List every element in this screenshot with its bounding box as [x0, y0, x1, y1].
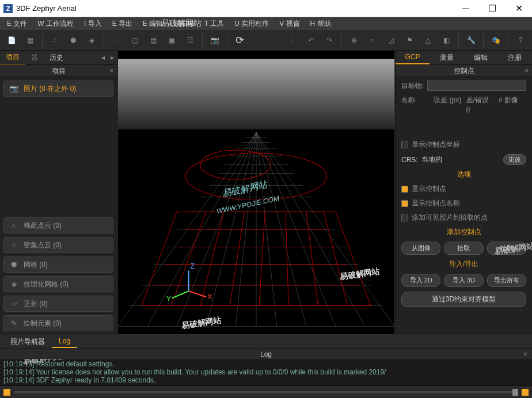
tab-editor[interactable]: 器 — [25, 51, 44, 64]
tool-nav-icon[interactable]: ⁘ — [284, 32, 301, 48]
tab-prev-icon[interactable]: ◂ — [98, 53, 108, 62]
menu-tools[interactable]: T 工具 — [200, 18, 229, 30]
tab-log[interactable]: Log — [52, 335, 77, 348]
ortho-label: 正射 (0) — [24, 299, 48, 309]
menu-edit[interactable]: E 编辑 — [138, 18, 168, 30]
column-headers: 名称 误差 (px) 差/错误 (r # 影像 — [401, 95, 526, 113]
tool-pick-icon[interactable]: ◿ — [383, 32, 399, 48]
mesh-icon: ⬢ — [9, 261, 19, 269]
dense-cloud-item[interactable]: ⁘ 密集点云 (0) — [3, 237, 113, 253]
tool-model-icon[interactable]: ▣ — [164, 32, 180, 48]
menu-export[interactable]: E 导出 — [108, 18, 137, 30]
minimize-button[interactable]: ─ — [453, 0, 479, 17]
pick-button[interactable]: 拾取 — [444, 242, 483, 255]
sparse-cloud-item[interactable]: ∴ 稀疏点云 (0) — [3, 217, 113, 234]
align-model-button[interactable]: 通过3D约束对齐模型 — [401, 292, 526, 307]
tab-next-icon[interactable]: ▸ — [108, 53, 117, 62]
svg-rect-0 — [118, 59, 394, 130]
ortho-icon: ▱ — [9, 300, 19, 308]
project-panel-title: 项目 — [52, 66, 66, 76]
tool-surface-icon[interactable]: ◫ — [127, 32, 143, 48]
tool-circle-icon[interactable]: ○ — [364, 32, 381, 48]
tool-flag-icon[interactable]: ⚑ — [401, 32, 417, 48]
menu-utilities[interactable]: U 实用程序 — [230, 18, 273, 30]
log-line: [10:19:13] Restored default settings. — [3, 360, 529, 368]
svg-text:Z: Z — [191, 262, 195, 270]
maximize-button[interactable]: ☐ — [479, 0, 506, 17]
viewport-3d[interactable]: Z X Y 易破解网站 WWW.YPOJIE.COM 易破解网站 易破解网站 — [117, 51, 395, 335]
photos-label: 照片 (0 在之外 0) — [24, 84, 76, 94]
photos-item[interactable]: 📷 照片 (0 在之外 0) — [3, 81, 113, 97]
tab-edit[interactable]: 编辑 — [464, 51, 498, 64]
tab-register[interactable]: 注册 — [498, 51, 532, 64]
tool-triangle-icon[interactable]: △ — [420, 32, 436, 48]
mesh-item[interactable]: ⬢ 网格 (0) — [3, 257, 113, 273]
crs-value: 当地的 — [421, 155, 442, 164]
menu-scan[interactable]: S 扫描 — [169, 18, 198, 30]
app-icon: Z — [3, 4, 13, 13]
tool-orbit-icon[interactable]: ⊕ — [346, 32, 362, 48]
tool-new-icon[interactable]: 📄 — [3, 32, 20, 48]
tab-measure[interactable]: 测量 — [430, 51, 463, 64]
menubar: E 文件 W 工作流程 I 导入 E 导出 E 编辑 S 扫描 T 工具 U 实… — [0, 17, 532, 30]
import-2d-button[interactable]: 导入 2D — [401, 274, 440, 287]
log-line: [10:19:14] 3DF Zephyr ready in 7.81409 s… — [3, 376, 529, 384]
add-visible-checkbox[interactable] — [401, 215, 408, 221]
timeline-slider[interactable] — [14, 391, 518, 393]
menu-import[interactable]: I 导入 — [79, 18, 107, 30]
tool-redo-icon[interactable]: ↷ — [321, 32, 337, 48]
options-title: 选项 — [401, 170, 526, 179]
panel-close-icon[interactable]: × — [109, 67, 113, 75]
tool-wizard-icon[interactable]: ▦ — [22, 32, 38, 48]
tab-project[interactable]: 项目 — [0, 51, 25, 65]
grid-scene: Z X Y — [118, 51, 394, 334]
tool-layers-icon[interactable]: ☷ — [182, 32, 198, 48]
tool-undo-icon[interactable]: ↶ — [303, 32, 319, 48]
log-close-icon[interactable]: × — [523, 349, 527, 359]
log-header: Log × — [0, 349, 532, 359]
sparse-icon: ∴ — [9, 221, 19, 229]
mesh-label: 网格 (0) — [24, 260, 48, 270]
tool-points-icon[interactable]: ⁖ — [108, 32, 124, 48]
svg-text:Y: Y — [166, 295, 171, 303]
tab-gcp[interactable]: GCP — [396, 51, 430, 64]
show-coords-checkbox[interactable] — [401, 141, 408, 148]
status-indicator-icon — [522, 389, 529, 396]
dense-icon: ⁘ — [9, 241, 19, 249]
ortho-item[interactable]: ▱ 正射 (0) — [3, 296, 113, 312]
pick-button-2[interactable]: 拾取 — [487, 242, 526, 255]
tool-camera-icon[interactable]: 📷 — [207, 32, 223, 48]
tab-photo-navigator[interactable]: 照片导航器 — [3, 335, 52, 349]
left-panel: 项目 器 历史 ◂ ▸ 项目 × 📷 照片 (0 在之外 0) ∴ 稀疏点云 (… — [0, 51, 117, 335]
tab-history[interactable]: 历史 — [44, 51, 69, 64]
show-cp-checkbox[interactable] — [401, 186, 408, 193]
tool-sparse-icon[interactable]: ∴ — [47, 32, 63, 48]
tool-dense-icon[interactable]: ⬢ — [65, 32, 81, 48]
app-title: 3DF Zephyr Aerial — [16, 4, 77, 13]
import-3d-button[interactable]: 导入 3D — [444, 274, 483, 287]
tool-help-icon[interactable]: ? — [512, 32, 529, 48]
log-content: [10:19:13] Restored default settings. [1… — [0, 359, 532, 385]
draw-elements-item[interactable]: ✎ 绘制元素 (0) — [3, 315, 113, 331]
menu-view[interactable]: V 视窗 — [275, 18, 304, 30]
show-names-checkbox[interactable] — [401, 200, 408, 207]
menu-file[interactable]: E 文件 — [2, 18, 32, 30]
textured-mesh-item[interactable]: ◈ 纹理化网格 (0) — [3, 276, 113, 292]
crs-change-button[interactable]: 更改 — [503, 154, 526, 165]
tool-mask-icon[interactable]: 🎭 — [488, 32, 504, 48]
close-button[interactable]: ✕ — [506, 0, 532, 17]
io-title: 导入/导出 — [401, 259, 526, 269]
menu-workflow[interactable]: W 工作流程 — [33, 18, 78, 30]
tool-mesh-icon[interactable]: ◈ — [83, 32, 100, 48]
menu-help[interactable]: H 帮助 — [306, 18, 336, 30]
export-all-button[interactable]: 导出所有 — [487, 274, 526, 287]
dense-label: 密集点云 (0) — [24, 240, 62, 250]
tool-wrench-icon[interactable]: 🔧 — [463, 32, 479, 48]
panel-close-icon[interactable]: × — [525, 67, 529, 75]
status-indicator-icon — [3, 389, 10, 396]
from-image-button[interactable]: 从图像 — [401, 242, 440, 255]
tool-texture-icon[interactable]: ▤ — [145, 32, 161, 48]
tool-cube-icon[interactable]: ◧ — [438, 32, 454, 48]
tool-refresh-icon[interactable]: ⟳ — [231, 32, 248, 48]
target-input[interactable] — [427, 81, 526, 91]
